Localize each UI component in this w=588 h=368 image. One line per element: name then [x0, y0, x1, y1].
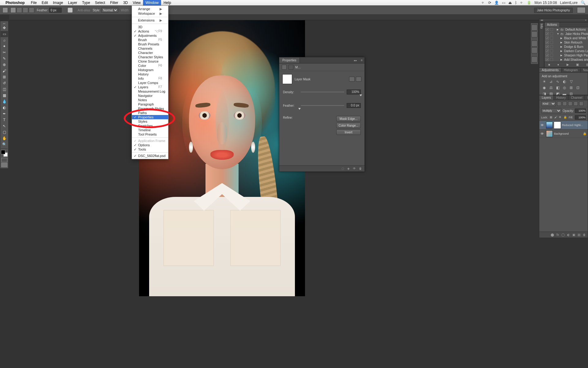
add-mask[interactable]: ◯ [561, 233, 565, 236]
airport-icon[interactable]: ᯤ [520, 1, 524, 5]
selection-add[interactable] [17, 7, 22, 13]
screen-mode-button[interactable] [577, 7, 586, 13]
menu-color[interactable]: ColorF6 [132, 63, 168, 68]
lock-transparency[interactable]: ▦ [550, 116, 552, 119]
menu-actions[interactable]: ✓Actions⌥F9 [132, 29, 168, 33]
density-value[interactable]: 100% [347, 90, 361, 94]
menu-clone-source[interactable]: Clone Source [132, 59, 168, 63]
swatches-panel-icon[interactable] [531, 56, 537, 63]
menu-swatches[interactable]: Swatches [132, 124, 168, 128]
character-panel-icon[interactable] [531, 25, 537, 31]
play-action[interactable]: ▶ [567, 63, 569, 66]
action-row[interactable]: ✓▶Dodge & Burn [545, 44, 588, 49]
mask-mode-pixel[interactable] [282, 65, 287, 70]
menu-tool-presets[interactable]: Tool Presets [132, 132, 168, 136]
menu-3d[interactable]: 3D [132, 25, 168, 29]
paths-tab[interactable]: Paths [585, 95, 588, 100]
add-vector-mask[interactable] [356, 77, 361, 82]
dodge-tool[interactable]: ◐ [1, 105, 8, 111]
gradient-tool[interactable]: ▦ [1, 92, 8, 98]
menu-paragraph-styles[interactable]: Paragraph Styles [132, 106, 168, 111]
screen-mode-toggle[interactable] [1, 163, 7, 167]
move-tool[interactable]: ✥ [1, 25, 8, 31]
battery-icon[interactable]: 🔋 [527, 1, 531, 5]
spotlight-icon[interactable]: 🔍 [581, 0, 586, 5]
menu-styles[interactable]: Styles [132, 119, 168, 124]
menu-filter[interactable]: Filter [107, 0, 121, 6]
eject-icon[interactable]: ⏏ [508, 1, 512, 5]
add-pixel-mask[interactable] [349, 77, 355, 82]
menu-tools[interactable]: ✓Tools [132, 147, 168, 151]
tool-preset-button[interactable] [2, 7, 8, 13]
shape-tool[interactable]: ▢ [1, 129, 8, 135]
filter-adjustment[interactable] [563, 102, 567, 106]
tab-handle[interactable]: ▸▸ [1, 22, 8, 25]
menu-3d[interactable]: 3D [121, 0, 130, 6]
menu-paragraph[interactable]: Paragraph [132, 102, 168, 106]
invert-button[interactable]: Invert [336, 129, 361, 135]
paragraph-panel-icon[interactable] [531, 31, 537, 37]
panel-menu-icon[interactable]: ≡ [359, 59, 364, 62]
workspace-label[interactable]: Jake Hicks Photography [534, 8, 573, 13]
filter-pixel[interactable] [557, 102, 561, 106]
type-tool[interactable]: T [1, 117, 8, 123]
action-row[interactable]: ✓▼🗀Jake Hicks Photography ... [545, 32, 588, 36]
lock-position[interactable]: ✥ [559, 116, 562, 119]
adj-bw[interactable]: ◧ [555, 85, 560, 90]
menu-measurement-log[interactable]: Measurement Log [132, 89, 168, 94]
menu-extensions[interactable]: Extensions▶ [132, 18, 168, 23]
blur-tool[interactable]: 💧 [1, 98, 8, 105]
info-tab[interactable]: Info [539, 22, 544, 67]
app-name[interactable]: Photoshop [6, 1, 25, 5]
menu-timeline[interactable]: Timeline [132, 128, 168, 132]
menu-layer-comps[interactable]: Layer Comps [132, 81, 168, 85]
brush-panel-icon[interactable] [531, 40, 537, 47]
lasso-tool[interactable]: ⌕ [1, 37, 8, 43]
wifi-icon[interactable]: ᯤ [481, 1, 485, 5]
bluetooth-icon[interactable]: ᛒ [515, 1, 517, 5]
brush-tool[interactable]: 🖌 [1, 68, 8, 74]
menu-brush-presets[interactable]: Brush Presets [132, 42, 168, 46]
adj-photofilter[interactable]: ◎ [562, 85, 567, 90]
delete-layer[interactable]: 🗑 [583, 233, 586, 236]
adj-colorbalance[interactable]: ⚖ [548, 85, 553, 90]
adj-channelmixer[interactable]: ⊞ [569, 85, 574, 90]
crop-tool[interactable]: ✂ [1, 49, 8, 56]
adj-vibrance[interactable]: ▽ [569, 79, 574, 84]
menu-channels[interactable]: Channels [132, 46, 168, 51]
layer-fx[interactable]: fx [556, 233, 559, 236]
adj-levels[interactable]: ⊿ [548, 79, 553, 84]
selection-subtract[interactable] [23, 7, 28, 13]
clock[interactable]: Mon 15:19:08 [534, 1, 557, 5]
eraser-tool[interactable]: ◫ [1, 86, 8, 92]
menu-layers[interactable]: ✓LayersF7 [132, 85, 168, 89]
menu-view[interactable]: View [130, 0, 143, 6]
zoom-tool[interactable]: 🔍 [1, 141, 8, 148]
adj-lookup[interactable]: ⊡ [575, 85, 580, 90]
action-row[interactable]: ✓▶Add Shadows and Highli... [545, 57, 588, 62]
menu-workspace[interactable]: Workspace▶ [132, 11, 168, 16]
menu-image[interactable]: Image [51, 0, 66, 6]
color-range-button[interactable]: Color Range... [336, 123, 361, 128]
menu-history[interactable]: History [132, 72, 168, 76]
menu-file[interactable]: File [28, 0, 39, 6]
menu-edit[interactable]: Edit [39, 0, 51, 6]
blend-mode-select[interactable]: Multiply [541, 108, 561, 113]
action-row[interactable]: ✓▶🗀Default Actions [545, 27, 588, 32]
menu-options[interactable]: ✓Options [132, 143, 168, 147]
filter-shape[interactable] [574, 102, 578, 106]
menu-properties[interactable]: ✓Properties [132, 115, 168, 119]
menu-notes[interactable]: Notes [132, 98, 168, 102]
magic-wand-tool[interactable]: ✦ [1, 43, 8, 49]
history-brush-tool[interactable]: ↺ [1, 80, 8, 86]
hand-tool[interactable]: ✋ [1, 135, 8, 141]
channels-tab[interactable]: Channel [568, 95, 585, 100]
lock-all[interactable]: 🔒 [564, 116, 567, 119]
action-row[interactable]: ✓▶Skin Retouch [545, 40, 588, 44]
menu-adjustments[interactable]: ✓Adjustments [132, 33, 168, 38]
action-row[interactable]: ✓▶Sharpen High Pass Set [545, 53, 588, 57]
visibility-toggle[interactable]: 👁 [541, 132, 545, 136]
load-selection-icon[interactable]: ◌ [341, 167, 344, 170]
username[interactable]: LatentLure [560, 1, 578, 5]
adj-hue[interactable]: ◉ [542, 85, 547, 90]
